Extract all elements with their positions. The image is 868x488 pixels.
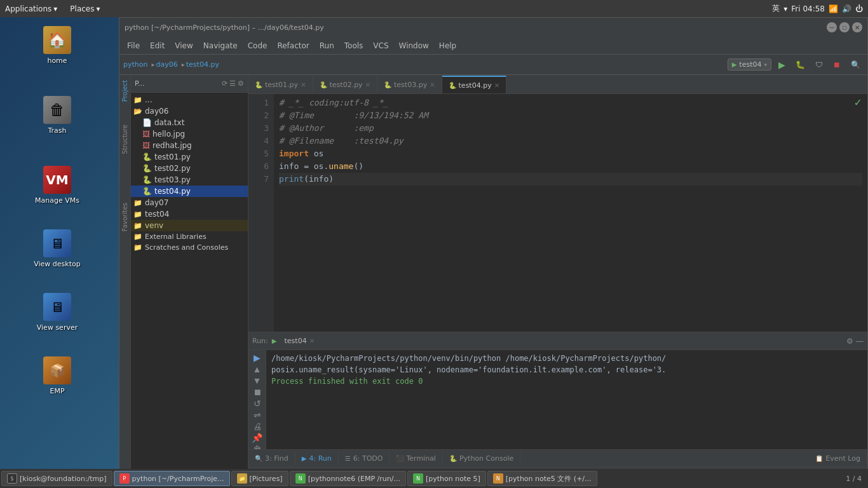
- applications-menu[interactable]: Applications ▾: [0, 3, 62, 15]
- menu-vcs[interactable]: VCS: [368, 39, 393, 52]
- menu-help[interactable]: Help: [434, 39, 461, 52]
- desktop-icon-view-server[interactable]: 🖥 View server: [29, 289, 86, 334]
- taskbar-item-pictures[interactable]: 📁 [Pictures]: [231, 471, 288, 486]
- menu-run[interactable]: Run: [315, 39, 339, 52]
- trash-icon-img: 🗑: [42, 95, 72, 125]
- bottom-tab-terminal[interactable]: ⬛ Terminal: [390, 452, 443, 464]
- tab-test03py[interactable]: 🐍 test03.py ✕: [377, 76, 442, 93]
- tab-test03py-label: test03.py: [394, 81, 427, 89]
- breadcrumb-test04[interactable]: test04.py: [186, 60, 219, 69]
- tree-item-test03py[interactable]: 🐍 test03.py: [131, 174, 248, 186]
- run-settings-button[interactable]: ⚙: [846, 337, 853, 346]
- stop-button[interactable]: ⏹: [830, 58, 844, 71]
- breadcrumb-day06[interactable]: day06: [156, 60, 178, 69]
- run-tab-close[interactable]: ✕: [309, 337, 315, 344]
- menu-tools[interactable]: Tools: [339, 39, 369, 52]
- run-trash-button[interactable]: 🗑: [250, 444, 264, 449]
- vm-icon-shape: VM: [43, 166, 71, 194]
- run-pin-button[interactable]: 📌: [250, 433, 264, 443]
- tree-item-hellojpg[interactable]: 🖼 hello.jpg: [131, 128, 248, 140]
- breadcrumb-python[interactable]: python: [123, 60, 147, 69]
- run-stop-button[interactable]: ⏹: [250, 387, 264, 397]
- bottom-tab-find[interactable]: 🔍 3: Find: [248, 452, 295, 464]
- tree-item-datatxt[interactable]: 📄 data.txt: [131, 117, 248, 128]
- taskbar-item-pythonnote5-file[interactable]: N [python note5 文件 (+/...: [487, 471, 597, 486]
- tree-item-redhatjpg[interactable]: 🖼 redhat.jpg: [131, 140, 248, 151]
- code-editor[interactable]: # _*_ coding:utf-8 _*_ # @Time :9/13/194…: [274, 94, 867, 332]
- favorites-side-tab[interactable]: Favorites: [120, 198, 130, 236]
- tree-item-test04py[interactable]: 🐍 test04.py: [131, 186, 248, 197]
- minimize-button[interactable]: ─: [827, 22, 837, 32]
- run-scroll-up-button[interactable]: ▲: [250, 364, 264, 374]
- tree-item-dotdot[interactable]: 📁 ...: [131, 94, 248, 105]
- menu-edit[interactable]: Edit: [145, 39, 170, 52]
- places-label: Places: [70, 4, 94, 13]
- menu-file[interactable]: File: [122, 39, 145, 52]
- desktop-icon-emp[interactable]: 📦 EMP: [29, 353, 86, 398]
- run-tab-test04[interactable]: test04 ✕: [281, 336, 319, 346]
- taskbar-item-terminal[interactable]: $ [kiosk@foundation:/tmp]: [1, 471, 112, 486]
- menu-code[interactable]: Code: [243, 39, 273, 52]
- bottom-tab-event-log[interactable]: 📋 Event Log: [809, 452, 867, 464]
- taskbar-item-pythonnote6[interactable]: N [pythonnote6 (EMP /run/...: [290, 471, 406, 486]
- desktop-icon-view-desktop[interactable]: 🖥 View desktop: [29, 226, 86, 271]
- desktop-icon-trash[interactable]: 🗑 Trash: [29, 92, 86, 137]
- tab-test01py[interactable]: 🐍 test01.py ✕: [248, 76, 313, 93]
- menu-refactor[interactable]: Refactor: [272, 39, 314, 52]
- menu-navigate[interactable]: Navigate: [198, 39, 243, 52]
- tree-item-venv[interactable]: 📁 venv: [131, 220, 248, 231]
- power-icon[interactable]: ⏻: [855, 4, 863, 13]
- tab-test01py-close[interactable]: ✕: [301, 81, 306, 88]
- maximize-button[interactable]: □: [839, 22, 850, 32]
- debug-button[interactable]: 🐛: [792, 58, 808, 71]
- menu-view[interactable]: View: [170, 39, 198, 52]
- places-arrow: ▾: [97, 4, 100, 13]
- tab-test04py-close[interactable]: ✕: [494, 82, 499, 89]
- desktop-icon-home[interactable]: 🏠 home: [29, 22, 86, 67]
- project-collapse-button[interactable]: ☰: [229, 79, 236, 88]
- run-scroll-down-button[interactable]: ▼: [250, 376, 264, 386]
- run-soft-wrap-button[interactable]: ⇌: [250, 410, 264, 420]
- bottom-tab-find-label: 3: Find: [265, 454, 288, 463]
- tab-test02py[interactable]: 🐍 test02.py ✕: [313, 76, 378, 93]
- search-button[interactable]: 🔍: [848, 58, 864, 71]
- run-close-button[interactable]: —: [856, 337, 864, 346]
- tab-test02py-close[interactable]: ✕: [365, 81, 370, 88]
- taskbar-item-pythonnote5[interactable]: N [python note 5]: [407, 471, 486, 486]
- tree-item-test02py[interactable]: 🐍 test02.py: [131, 163, 248, 174]
- bottom-tab-run-label: 4: Run: [309, 454, 331, 463]
- taskbar-item-pycharm[interactable]: P python [~/PycharmProje...: [114, 471, 230, 486]
- structure-side-tab[interactable]: Structure: [120, 119, 130, 159]
- project-sync-button[interactable]: ⟳: [222, 79, 227, 88]
- project-side-tab[interactable]: Project: [120, 75, 130, 107]
- menu-window[interactable]: Window: [394, 39, 434, 52]
- tree-item-scratches[interactable]: 📁 Scratches and Consoles: [131, 242, 248, 253]
- coverage-button[interactable]: 🛡: [812, 58, 826, 71]
- tab-test04py[interactable]: 🐍 test04.py ✕: [442, 76, 507, 93]
- tree-item-ext-libs[interactable]: 📁 External Libraries: [131, 231, 248, 242]
- tree-test04py-label: test04.py: [154, 187, 191, 196]
- project-settings-button[interactable]: ⚙: [238, 79, 244, 88]
- tree-item-test04folder[interactable]: 📁 test04: [131, 208, 248, 220]
- bottom-tab-python-console[interactable]: 🐍 Python Console: [443, 452, 520, 464]
- lang-indicator[interactable]: 英: [772, 3, 780, 14]
- places-menu[interactable]: Places ▾: [65, 3, 105, 15]
- bottom-tab-todo[interactable]: ☰ 6: TODO: [339, 452, 390, 464]
- tree-item-day07[interactable]: 📁 day07: [131, 197, 248, 208]
- run-rerun-button[interactable]: ↺: [250, 398, 264, 409]
- tree-item-day06[interactable]: 📂 day06: [131, 105, 248, 117]
- taskbar-pictures-label: [Pictures]: [250, 475, 283, 483]
- tab-test03py-close[interactable]: ✕: [430, 81, 435, 88]
- run-icon: ▶: [272, 337, 277, 344]
- bottom-tab-run[interactable]: ▶ 4: Run: [295, 452, 339, 464]
- run-play-button[interactable]: ▶: [250, 353, 264, 363]
- run-print-button[interactable]: 🖨: [250, 421, 264, 431]
- run-button[interactable]: ▶: [775, 58, 789, 72]
- close-button[interactable]: ✕: [852, 22, 862, 32]
- todo-icon: ☰: [345, 455, 351, 462]
- run-config-selector[interactable]: ▶ test04 ▾: [728, 58, 771, 71]
- desktop-icon-vms[interactable]: VM Manage VMs: [29, 162, 86, 207]
- editor-content[interactable]: 1 2 3 4 5 6 7 # _*_ coding:utf-8 _*_ # @…: [248, 94, 867, 332]
- tree-item-test01py[interactable]: 🐍 test01.py: [131, 151, 248, 163]
- volume-icon[interactable]: 🔊: [842, 4, 851, 13]
